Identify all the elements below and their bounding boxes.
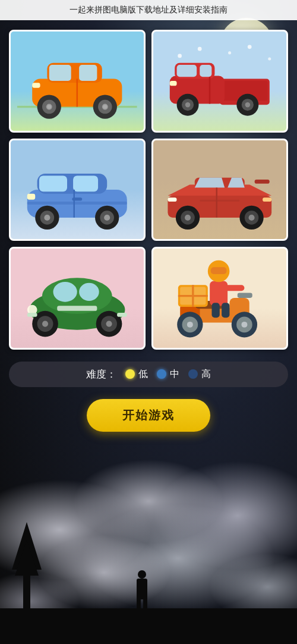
puzzle-card-6[interactable] [151,247,288,350]
svg-point-15 [178,54,182,58]
svg-point-55 [185,215,191,221]
orange-car-svg [17,36,137,125]
beetle-svg [17,253,137,343]
car-scene-6 [153,249,286,348]
puzzle-card-2[interactable] [151,30,288,133]
svg-rect-47 [27,202,127,205]
leg-right [143,599,147,611]
svg-point-85 [187,322,193,328]
svg-point-12 [48,105,52,109]
diff-low[interactable]: 低 [125,368,148,381]
start-button[interactable]: 开始游戏 [87,399,210,432]
svg-rect-25 [200,65,211,77]
title-bar: 一起来拼图电脑版下载地址及详细安装指南 [0,0,297,20]
svg-marker-51 [195,178,225,188]
tree-silhouette [12,522,42,611]
svg-point-58 [249,215,255,221]
svg-point-43 [104,215,110,221]
svg-point-17 [228,52,231,55]
svg-rect-11 [32,83,40,88]
svg-rect-81 [238,293,252,298]
svg-rect-37 [73,175,98,191]
car-scene-3 [11,140,144,240]
svg-point-71 [42,321,48,327]
person-body [137,579,147,599]
person-head [138,570,146,579]
car-scene-4 [153,140,286,240]
svg-point-18 [248,45,252,49]
diff-dot-low [125,369,135,379]
diff-dot-mid [157,369,166,379]
svg-point-67 [79,283,99,301]
person-silhouette [137,570,147,611]
svg-rect-45 [27,193,35,199]
svg-rect-89 [210,281,228,306]
difficulty-label: 难度： [86,367,116,381]
svg-point-74 [106,321,112,327]
svg-point-31 [245,102,250,107]
diff-high[interactable]: 高 [188,368,211,381]
puzzle-grid [9,30,288,350]
svg-point-40 [45,215,50,221]
svg-rect-36 [39,175,67,191]
svg-rect-32 [170,81,177,86]
diff-low-label: 低 [138,368,148,381]
svg-rect-97 [212,303,220,318]
puzzle-card-5[interactable] [9,247,146,350]
puzzle-card-1[interactable] [9,30,146,133]
svg-rect-61 [255,180,270,184]
start-button-container: 开始游戏 [9,399,288,432]
red-truck-svg [160,36,280,125]
puzzle-card-4[interactable] [151,139,288,241]
title-text: 一起来拼图电脑版下载地址及详细安装指南 [69,5,228,14]
puzzle-card-3[interactable] [9,139,146,241]
svg-rect-24 [177,65,197,77]
scooter-svg [160,253,280,343]
ground [0,608,297,644]
car-scene-1 [11,32,144,131]
svg-point-28 [185,102,190,107]
svg-rect-68 [57,306,97,311]
svg-rect-63 [200,200,239,202]
svg-rect-92 [220,285,245,291]
svg-point-16 [198,47,202,51]
svg-rect-4 [79,65,97,81]
svg-rect-60 [263,197,271,202]
sport-car-svg [160,145,280,234]
diff-dot-high [188,369,198,379]
tree-trunk [23,576,30,611]
difficulty-bar: 难度： 低 中 高 [9,362,288,387]
svg-rect-3 [49,65,71,81]
diff-mid[interactable]: 中 [157,368,179,381]
main-content: 难度： 低 中 高 开始游戏 [0,21,297,441]
svg-point-66 [53,282,77,302]
diff-high-label: 高 [201,368,211,381]
car-scene-5 [11,249,144,348]
svg-rect-91 [211,268,227,275]
svg-rect-77 [117,313,127,317]
svg-rect-59 [168,197,177,202]
blue-car-svg [17,145,137,234]
diff-mid-label: 中 [170,368,179,381]
svg-rect-98 [222,303,229,318]
leg-left [137,599,141,611]
person-legs [137,599,147,611]
tree-mid [15,540,39,576]
svg-point-13 [103,105,108,109]
car-scene-2 [153,32,286,131]
svg-point-88 [242,322,248,328]
svg-point-19 [268,58,271,61]
svg-rect-76 [27,313,37,317]
